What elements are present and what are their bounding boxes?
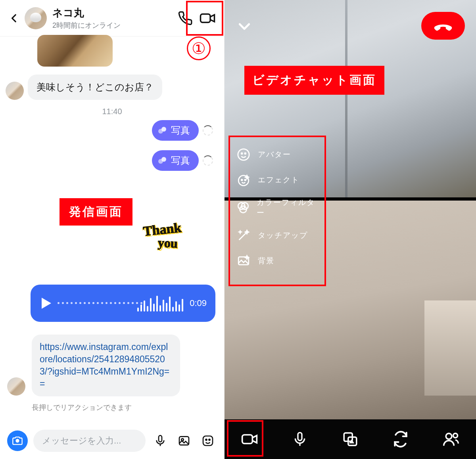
call-controls <box>225 419 476 459</box>
waveform <box>58 293 183 313</box>
annotation-label-video-screen: ビデオチャット画面 <box>244 66 384 95</box>
sending-spinner-icon <box>203 125 213 136</box>
svg-rect-22 <box>298 432 302 440</box>
svg-rect-8 <box>203 436 213 446</box>
effects-item-label: アバター <box>258 149 291 160</box>
background-icon <box>236 253 251 269</box>
effects-item-effect[interactable]: エフェクト <box>232 167 322 193</box>
svg-point-9 <box>205 439 207 440</box>
avatar-icon <box>236 147 251 163</box>
sending-spinner-icon <box>203 155 213 166</box>
svg-point-4 <box>161 157 166 162</box>
effects-item-avatar[interactable]: アバター <box>232 142 322 167</box>
chat-screen: ネコ丸 2時間前にオンライン ① 美味しそう！どこのお店？ 11:40 <box>0 0 225 459</box>
effects-item-label: 背景 <box>258 256 274 266</box>
play-icon[interactable] <box>42 298 51 309</box>
effects-menu: アバター エフェクト カラーフィルター タッチアップ 背景 <box>228 136 326 280</box>
input-bar: メッセージを入力... <box>0 423 224 459</box>
gallery-button[interactable] <box>175 432 193 450</box>
wand-icon <box>236 228 251 243</box>
voice-message[interactable]: 0:09 <box>31 285 215 322</box>
filter-icon <box>236 200 250 216</box>
svg-point-25 <box>446 433 452 439</box>
avatar[interactable] <box>25 7 47 29</box>
svg-point-13 <box>245 153 246 154</box>
svg-rect-21 <box>242 435 253 444</box>
svg-point-11 <box>238 149 249 160</box>
voice-call-button[interactable] <box>174 7 196 29</box>
svg-point-2 <box>161 127 166 132</box>
svg-point-10 <box>209 439 210 440</box>
effects-item-label: エフェクト <box>258 175 299 185</box>
effect-icon <box>236 172 251 188</box>
sticker-thank-you[interactable]: Thank you <box>134 222 190 250</box>
chip-label: 写真 <box>171 124 190 137</box>
toggle-mic-button[interactable] <box>288 427 312 451</box>
camera-button[interactable] <box>7 430 28 451</box>
message-list: 美味しそう！どこのお店？ 11:40 写真 写真 <box>0 36 224 171</box>
avatar-small <box>6 82 24 100</box>
svg-rect-5 <box>159 436 162 442</box>
effects-item-background[interactable]: 背景 <box>232 248 322 273</box>
mic-button[interactable] <box>151 432 169 450</box>
effects-item-touchup[interactable]: タッチアップ <box>232 223 322 248</box>
video-call-button[interactable] <box>196 7 219 29</box>
toggle-video-button[interactable] <box>238 427 261 451</box>
video-call-screen: ビデオチャット画面 アバター エフェクト カラーフィルター タッチアップ 背景 <box>225 0 476 459</box>
timestamp: 11:40 <box>6 107 219 116</box>
annotation-label-call-screen: 発信画面 <box>60 198 132 226</box>
avatar-small <box>7 377 25 396</box>
svg-point-16 <box>245 180 246 181</box>
switch-camera-button[interactable] <box>389 427 413 451</box>
collapse-button[interactable] <box>236 18 252 34</box>
back-button[interactable] <box>6 10 23 27</box>
share-screen-button[interactable] <box>338 427 362 451</box>
photo-chip[interactable]: 写真 <box>152 120 199 141</box>
message-input[interactable]: メッセージを入力... <box>33 430 146 452</box>
contact-status: 2時間前にオンライン <box>52 21 174 30</box>
reaction-hint: 長押しでリアクションできます <box>32 403 132 412</box>
chip-label: 写真 <box>171 154 190 167</box>
hangup-button[interactable] <box>421 12 465 40</box>
svg-point-15 <box>241 180 242 181</box>
participants-button[interactable] <box>439 427 463 451</box>
image-message[interactable] <box>37 35 113 67</box>
effects-item-label: カラーフィルター <box>257 197 319 218</box>
svg-point-12 <box>241 153 242 154</box>
effects-item-label: タッチアップ <box>258 230 308 241</box>
svg-rect-0 <box>201 14 211 22</box>
photo-chip[interactable]: 写真 <box>152 150 199 171</box>
svg-point-26 <box>453 433 457 438</box>
chat-header: ネコ丸 2時間前にオンライン <box>0 0 224 36</box>
link-message[interactable]: https://www.instagram.com/explore/locati… <box>32 335 180 396</box>
voice-duration: 0:09 <box>190 298 207 308</box>
incoming-message[interactable]: 美味しそう！どこのお店？ <box>28 75 162 100</box>
sticker-button[interactable] <box>199 432 217 450</box>
effects-item-color-filter[interactable]: カラーフィルター <box>232 193 322 223</box>
contact-name: ネコ丸 <box>52 6 174 20</box>
